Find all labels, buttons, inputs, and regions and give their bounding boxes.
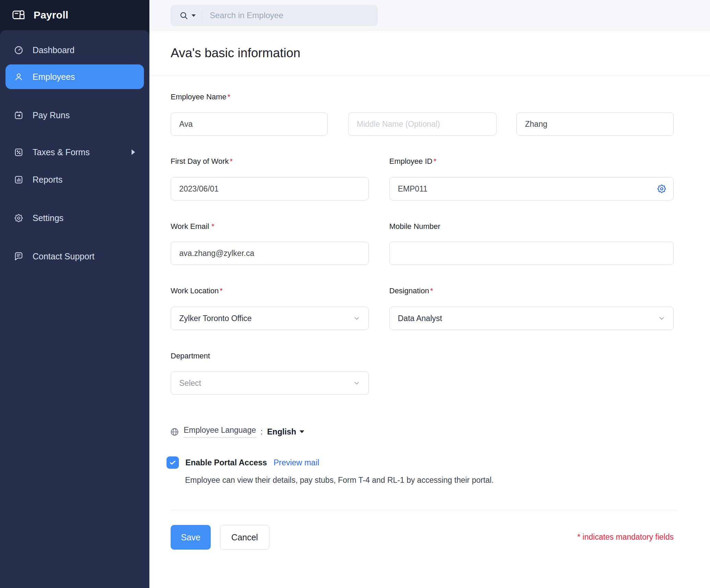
portal-access-label: Enable Portal Access [185, 458, 267, 467]
department-label: Department [171, 352, 210, 360]
department-select[interactable]: Select [171, 371, 369, 395]
first-day-of-work-label: First Day of Work* [171, 157, 233, 166]
required-asterisk: * [228, 93, 231, 101]
sidebar-nav: Dashboard Employees Pay Runs [0, 30, 149, 588]
designation-label: Designation* [389, 286, 433, 295]
search-icon [179, 11, 188, 20]
work-email-input[interactable] [171, 242, 369, 265]
required-asterisk: * [211, 222, 215, 231]
required-asterisk: * [430, 286, 433, 295]
reports-icon [14, 175, 24, 185]
app-logo: Payroll [0, 0, 149, 30]
employees-icon [14, 72, 24, 82]
payroll-logo-icon [12, 8, 26, 22]
chevron-down-icon [299, 430, 304, 433]
first-day-of-work-input[interactable] [171, 177, 369, 200]
employee-id-settings-gear-icon[interactable] [657, 184, 667, 194]
sidebar-item-label: Employees [33, 72, 75, 82]
sidebar-item-employees[interactable]: Employees [5, 64, 144, 89]
sidebar-item-label: Dashboard [33, 45, 74, 55]
employee-name-label: Employee Name* [171, 93, 230, 101]
dashboard-icon [14, 45, 24, 55]
mobile-number-input[interactable] [389, 242, 674, 265]
employee-id-field [389, 177, 674, 200]
sidebar-item-contact-support[interactable]: Contact Support [5, 245, 144, 267]
search-bar[interactable] [171, 5, 378, 26]
sidebar-item-dashboard[interactable]: Dashboard [5, 39, 144, 61]
sidebar: Payroll Dashboard Employees [0, 0, 149, 588]
work-location-select[interactable]: Zylker Toronto Office [171, 307, 369, 330]
last-name-input[interactable] [516, 112, 674, 136]
settings-icon [14, 213, 24, 223]
main-content: Ava's basic information Employee Name* F… [149, 31, 710, 588]
sidebar-item-label: Contact Support [33, 252, 95, 261]
chevron-down-icon [658, 314, 666, 322]
employee-language-separator: : [260, 427, 262, 437]
chevron-right-icon [132, 149, 135, 155]
designation-select[interactable]: Data Analyst [389, 307, 674, 330]
chevron-down-icon [353, 379, 361, 387]
mandatory-fields-note: * indicates mandatory fields [577, 532, 674, 542]
save-button[interactable]: Save [171, 525, 211, 550]
page-title: Ava's basic information [171, 46, 301, 60]
app-window: Payroll Dashboard Employees [0, 0, 710, 588]
chevron-down-icon [192, 14, 196, 17]
sidebar-item-label: Taxes & Forms [33, 147, 90, 157]
employee-language-dropdown[interactable]: English [267, 427, 304, 437]
divider [171, 510, 677, 510]
middle-name-input[interactable] [348, 112, 497, 136]
portal-access-row: Enable Portal Access Preview mail [167, 456, 319, 469]
search-scope-button[interactable] [171, 11, 202, 20]
chevron-down-icon [353, 314, 361, 322]
employee-language-label: Employee Language [184, 426, 256, 438]
globe-icon [170, 427, 179, 437]
work-email-label: Work Email* [171, 222, 215, 231]
preview-mail-link[interactable]: Preview mail [273, 458, 319, 467]
sidebar-item-taxes-forms[interactable]: Taxes & Forms [5, 141, 144, 163]
sidebar-item-label: Pay Runs [33, 110, 70, 120]
search-input[interactable] [202, 11, 377, 20]
divider [149, 75, 710, 76]
topbar [149, 0, 710, 31]
required-asterisk: * [230, 157, 233, 166]
sidebar-item-label: Settings [33, 213, 63, 223]
sidebar-item-settings[interactable]: Settings [5, 207, 144, 229]
employee-id-label: Employee ID* [389, 157, 437, 166]
app-title: Payroll [34, 9, 68, 21]
sidebar-item-reports[interactable]: Reports [5, 169, 144, 191]
cancel-button[interactable]: Cancel [220, 525, 269, 550]
sidebar-item-pay-runs[interactable]: Pay Runs [5, 104, 144, 126]
first-name-input[interactable] [171, 112, 328, 136]
mobile-number-label: Mobile Number [389, 222, 440, 231]
work-location-label: Work Location* [171, 286, 223, 295]
check-icon [169, 459, 176, 466]
pay-runs-icon [14, 110, 24, 120]
required-asterisk: * [433, 157, 437, 166]
employee-language-row: Employee Language : English [170, 426, 304, 438]
employee-id-input[interactable] [389, 177, 674, 200]
taxes-forms-icon [14, 147, 24, 157]
sidebar-item-label: Reports [33, 175, 63, 185]
required-asterisk: * [220, 286, 223, 295]
portal-access-checkbox[interactable] [167, 456, 179, 469]
contact-support-icon [14, 252, 24, 261]
portal-access-description: Employee can view their details, pay stu… [185, 476, 494, 485]
